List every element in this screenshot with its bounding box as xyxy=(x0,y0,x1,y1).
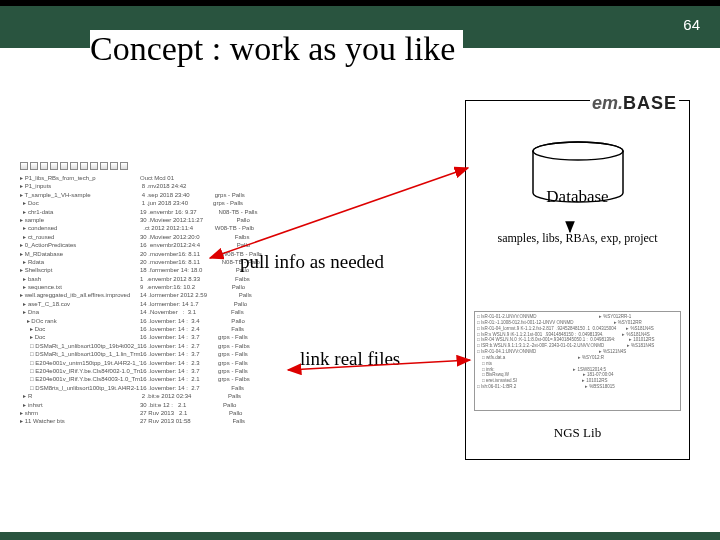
arrow-link xyxy=(280,348,480,388)
svg-line-7 xyxy=(288,360,470,370)
embase-logo: em.BASE xyxy=(590,93,679,114)
svg-line-4 xyxy=(210,168,468,258)
database-label: Database xyxy=(466,187,689,207)
slide-title: Concept : work as you like xyxy=(90,30,463,68)
ngs-label: NGS Lib xyxy=(466,425,689,441)
fb-tree: ▸ P1_libs_RBs_from_tech_p ▸ P1_inputs ▸ … xyxy=(20,174,140,426)
ngs-listing: □ IsR-01-01-2.UNVV:ONNMD ▸ %SY012RR-1 □ … xyxy=(474,311,681,411)
arrow-pull xyxy=(200,128,480,268)
arrow-db-down xyxy=(540,218,600,318)
page-number: 64 xyxy=(673,12,710,39)
